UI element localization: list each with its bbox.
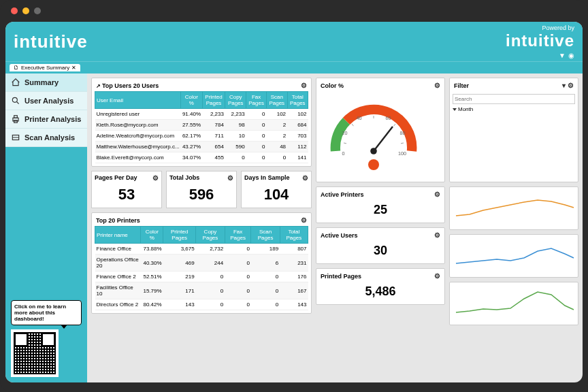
svg-line-16 <box>374 127 393 151</box>
tab-executive-summary[interactable]: 🗋 Executive Summary ✕ <box>10 64 80 71</box>
table-header[interactable]: User Email <box>95 92 181 109</box>
filter-search-input[interactable] <box>453 94 575 104</box>
card-title: Active Printers <box>321 191 364 198</box>
table-row[interactable]: Matthew.Waterhouse@mycorp.c...43.27%6545… <box>95 142 308 152</box>
svg-text:100: 100 <box>398 150 406 157</box>
tab-bar: 🗋 Executive Summary ✕ <box>5 61 583 74</box>
card-title: Color % <box>321 82 344 89</box>
sidebar-item-label: Printer Analysis <box>24 115 81 123</box>
table-row[interactable]: Adeline.Weatcroft@mycorp.com62.17%711100… <box>95 131 308 142</box>
qr-code[interactable] <box>11 329 59 377</box>
gear-icon[interactable]: ⚙ <box>152 174 159 182</box>
gear-icon[interactable]: ⚙ <box>301 82 307 89</box>
powered-by-logo: intuitive <box>506 31 574 50</box>
gear-icon[interactable]: ⚙ <box>301 216 307 224</box>
card-title: Active Users <box>321 232 358 239</box>
window-close-dot[interactable] <box>11 7 18 14</box>
active-users-sparkline-card <box>449 234 578 278</box>
svg-point-17 <box>370 148 377 154</box>
filter-icon[interactable]: ▼ <box>559 52 566 59</box>
printed-pages-sparkline-card <box>449 282 578 325</box>
table-row[interactable]: Directors Office 280.42%143000143 <box>95 299 308 310</box>
sidebar: Summary User Analysis Printer Analysis S… <box>5 74 87 382</box>
table-header[interactable]: Copy Pages <box>196 227 225 244</box>
table-row[interactable]: Operations Office 2040.30%46924406231 <box>95 255 308 272</box>
app-header: intuitive Powered by intuitive ▼ ◉ <box>5 22 583 61</box>
sidebar-item-user-analysis[interactable]: User Analysis <box>5 92 87 110</box>
table-header[interactable]: Color % <box>181 92 202 109</box>
sidebar-item-printer-analysis[interactable]: Printer Analysis <box>5 110 87 129</box>
table-header[interactable]: Total Pages <box>287 92 308 109</box>
help-icon[interactable]: ◉ <box>568 52 574 59</box>
pages-per-day-card: Pages Per Day⚙ 53 <box>91 171 162 208</box>
table-row[interactable]: Facilities Office 1015.79%171000167 <box>95 282 308 299</box>
table-header[interactable]: Printed Pages <box>202 92 225 109</box>
top-printers-table: Printer nameColor %Printed PagesCopy Pag… <box>95 226 308 310</box>
stat-title: Days In Sample <box>244 174 290 182</box>
chevron-right-icon <box>453 108 457 111</box>
stat-value: 30 <box>319 241 442 261</box>
table-header[interactable]: Scan Pages <box>267 92 288 109</box>
table-row[interactable]: Blake.Everett@mycorp.com34.07%455000141 <box>95 152 308 163</box>
color-gauge-card: Color %⚙ 0 20 40 60 80 <box>316 78 445 182</box>
sidebar-item-label: User Analysis <box>24 97 74 105</box>
active-printers-sparkline-card <box>449 186 578 230</box>
table-row[interactable]: Finance Office 252.51%219000176 <box>95 272 308 282</box>
tab-label: Executive Summary <box>21 65 69 71</box>
filter-funnel-icon[interactable]: ▾ <box>562 82 566 89</box>
table-header[interactable]: Printed Pages <box>163 227 196 244</box>
powered-by-label: Powered by <box>506 24 574 31</box>
qr-tooltip: Click on me to learn more about this das… <box>11 300 82 325</box>
svg-point-0 <box>12 97 17 102</box>
gear-icon[interactable]: ⚙ <box>434 191 440 198</box>
filter-item-month[interactable]: Month <box>453 105 575 113</box>
gauge-chart: 0 20 40 60 80 100 <box>319 91 428 173</box>
table-header[interactable]: Copy Pages <box>225 92 246 109</box>
sidebar-item-summary[interactable]: Summary <box>5 74 87 92</box>
gear-icon[interactable]: ⚙ <box>227 174 233 182</box>
magnify-user-icon <box>11 96 20 105</box>
card-title: Printed Pages <box>321 273 361 280</box>
stat-value: 5,486 <box>319 282 442 301</box>
stat-title: Total Jobs <box>169 174 199 182</box>
table-header[interactable]: Color % <box>141 227 163 244</box>
sidebar-item-label: Scan Analysis <box>24 133 75 142</box>
tab-doc-icon: 🗋 <box>14 65 19 71</box>
gear-icon[interactable]: ⚙ <box>302 174 308 182</box>
gear-icon[interactable]: ⚙ <box>434 82 440 89</box>
gear-icon[interactable]: ⚙ <box>434 231 440 239</box>
svg-point-18 <box>368 159 379 170</box>
table-header[interactable]: Fax Pages <box>225 227 251 244</box>
svg-text:20: 20 <box>342 130 348 136</box>
scanner-icon <box>11 133 20 142</box>
printer-icon <box>11 114 20 124</box>
top-users-card: ↗Top Users 20 Users ⚙ User EmailColor %P… <box>91 78 312 167</box>
table-row[interactable]: Finance Office73.88%3,6752,7320189807 <box>95 244 308 255</box>
table-header[interactable]: Fax Pages <box>246 92 267 109</box>
active-printers-card: Active Printers⚙ 25 <box>316 186 445 223</box>
top-users-table: User EmailColor %Printed PagesCopy Pages… <box>95 91 308 163</box>
gear-icon[interactable]: ⚙ <box>568 82 574 89</box>
window-min-dot[interactable] <box>22 7 29 14</box>
filter-card: Filter▾ ⚙ Month <box>449 78 578 182</box>
sparkline-chart <box>453 190 575 224</box>
top-printers-card: Top 20 Printers ⚙ Printer nameColor %Pri… <box>91 212 312 314</box>
card-title: Top 20 Printers <box>96 217 140 224</box>
table-row[interactable]: Kieth.Rose@mycorp.com27.55%7849802684 <box>95 120 308 131</box>
table-header[interactable]: Printer name <box>95 227 141 244</box>
svg-line-6 <box>352 124 353 126</box>
gear-icon[interactable]: ⚙ <box>434 272 440 280</box>
tab-close-icon[interactable]: ✕ <box>71 65 76 71</box>
table-header[interactable]: Total Pages <box>280 227 308 244</box>
expand-icon[interactable]: ↗ <box>96 83 101 89</box>
stat-title: Pages Per Day <box>95 174 137 182</box>
table-header[interactable]: Scan Pages <box>251 227 280 244</box>
sidebar-item-scan-analysis[interactable]: Scan Analysis <box>5 129 87 147</box>
total-jobs-card: Total Jobs⚙ 596 <box>166 171 237 208</box>
printed-pages-card: Printed Pages⚙ 5,486 <box>316 268 445 305</box>
days-in-sample-card: Days In Sample⚙ 104 <box>241 171 312 208</box>
svg-line-7 <box>394 124 395 126</box>
table-row[interactable]: Unregistered user91.40%2,2332,2330102102 <box>95 109 308 120</box>
window-max-dot[interactable] <box>34 7 41 14</box>
window-titlebar <box>0 0 588 22</box>
